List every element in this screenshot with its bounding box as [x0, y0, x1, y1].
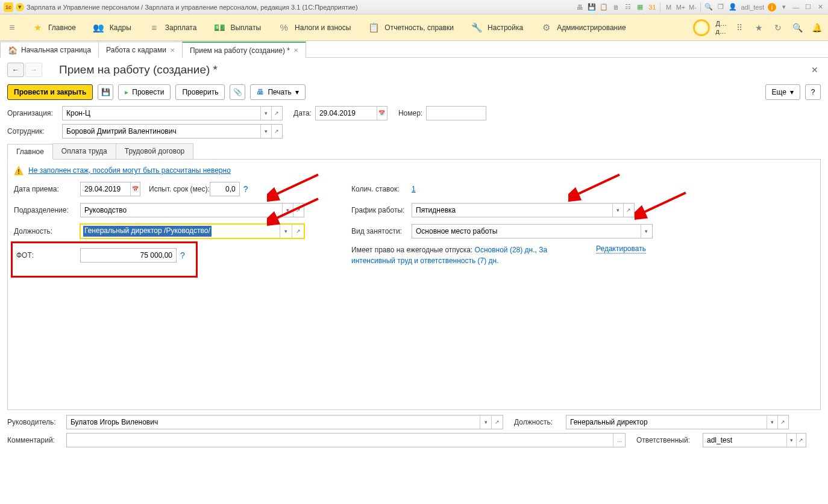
position-input[interactable]: Генеральный директор /Руководство/▾↗ — [80, 224, 304, 238]
menu-payments[interactable]: 💵Выплаты — [205, 18, 269, 37]
m-plus-icon[interactable]: M+ — [676, 3, 685, 11]
zoom-icon[interactable]: 🔍 — [704, 3, 713, 11]
menu-settings[interactable]: 🔧Настройка — [462, 18, 532, 37]
history-icon[interactable]: ↻ — [771, 21, 785, 34]
post-and-close-button[interactable]: Провести и закрыть — [7, 84, 93, 100]
doc-icon[interactable]: 🗎 — [612, 3, 620, 11]
nav-back-button[interactable]: ← — [7, 63, 24, 77]
department-input[interactable]: ▾↗ — [80, 203, 304, 217]
dropdown-icon[interactable]: ▾ — [767, 415, 777, 429]
tab-contract[interactable]: Трудовой договор — [116, 143, 193, 159]
hamburger-icon[interactable]: ≡ — [5, 20, 19, 35]
manager-input[interactable]: ▾↗ — [66, 415, 503, 429]
dropdown-icon[interactable]: ▾ — [780, 3, 788, 11]
check-button[interactable]: Проверить — [175, 84, 225, 100]
tab-hire[interactable]: Прием на работу (создание) *✕ — [182, 42, 306, 58]
menu-reports[interactable]: 📋Отчетность, справки — [359, 18, 462, 37]
page-close-button[interactable]: ✕ — [809, 63, 821, 77]
theme-circle-icon[interactable] — [693, 19, 710, 36]
table-icon[interactable]: ☷ — [624, 3, 632, 11]
tab-bar: 🏠Начальная страница Работа с кадрами✕ Пр… — [0, 41, 828, 58]
save-icon[interactable]: 💾 — [588, 3, 596, 11]
minimize-icon[interactable]: — — [792, 3, 800, 11]
tab-main[interactable]: Главное — [7, 144, 53, 160]
open-icon[interactable]: ↗ — [796, 434, 806, 447]
expand-icon[interactable]: … — [613, 434, 625, 447]
dropdown-icon[interactable]: ▾ — [260, 125, 271, 138]
apps-icon[interactable]: ⠿ — [733, 21, 746, 34]
tab-payment[interactable]: Оплата труда — [52, 143, 116, 159]
help-icon[interactable]: ? — [243, 184, 248, 194]
close-icon[interactable]: ✕ — [816, 3, 824, 11]
open-icon[interactable]: ↗ — [293, 204, 304, 217]
money-icon: 💵 — [213, 22, 225, 34]
manager-position-input[interactable]: ▾↗ — [566, 415, 789, 429]
maximize-icon[interactable]: ☐ — [804, 3, 812, 11]
user-icon: 👤 — [729, 3, 737, 11]
dropdown-icon[interactable]: ▾ — [260, 107, 271, 120]
calendar-icon[interactable]: 📅 — [130, 182, 140, 196]
clipboard-icon[interactable]: 📋 — [600, 3, 608, 11]
menu-personnel[interactable]: 👥Кадры — [84, 18, 140, 37]
info-icon[interactable]: i — [768, 3, 776, 11]
printer-icon: 🖶 — [257, 88, 264, 96]
dropdown-icon[interactable]: ▾ — [16, 3, 24, 11]
calendar-icon[interactable]: 📅 — [377, 107, 387, 120]
search-icon[interactable]: 🔍 — [791, 21, 804, 34]
dropdown-icon[interactable]: ▾ — [480, 415, 491, 429]
nav-forward-button[interactable]: → — [25, 63, 42, 77]
tab-personnel-work[interactable]: Работа с кадрами✕ — [98, 42, 183, 58]
dropdown-icon[interactable]: ▾ — [612, 204, 623, 217]
dropdown-icon[interactable]: ▾ — [280, 225, 292, 238]
open-icon[interactable]: ↗ — [271, 125, 282, 138]
comment-input[interactable]: … — [66, 433, 626, 447]
help-icon[interactable]: ? — [180, 250, 185, 260]
close-icon[interactable]: ✕ — [293, 47, 298, 54]
open-icon[interactable]: ↗ — [491, 415, 503, 429]
bell-icon[interactable]: 🔔 — [810, 21, 823, 34]
menu-salary[interactable]: ≡Зарплата — [140, 18, 205, 37]
open-icon[interactable]: ↗ — [271, 107, 282, 120]
edit-vacation-link[interactable]: Редактировать — [596, 244, 646, 254]
number-input[interactable] — [426, 106, 486, 120]
dropdown-icon[interactable]: ▾ — [282, 204, 293, 217]
menu-admin[interactable]: ⚙Администрирование — [532, 18, 634, 37]
probation-input[interactable] — [210, 182, 240, 196]
more-button[interactable]: Еще▾ — [765, 84, 800, 100]
hire-date-input[interactable]: 📅 — [80, 182, 140, 196]
print-icon[interactable]: 🖶 — [576, 3, 584, 11]
date-icon[interactable]: 31 — [648, 3, 656, 11]
dropdown-icon[interactable]: ▾ — [786, 434, 796, 447]
open-icon[interactable]: ↗ — [292, 225, 304, 238]
stakes-link[interactable]: 1 — [412, 185, 416, 193]
close-icon[interactable]: ✕ — [170, 47, 175, 54]
people-icon: 👥 — [93, 22, 105, 34]
date-input[interactable]: 📅 — [315, 106, 387, 120]
dropdown-icon[interactable]: ▾ — [641, 225, 652, 238]
menu-main[interactable]: ★Главное — [23, 18, 84, 37]
post-button[interactable]: ▸Провести — [118, 84, 171, 100]
attach-button[interactable]: 📎 — [230, 84, 245, 100]
paperclip-icon: 📎 — [233, 88, 242, 96]
open-icon[interactable]: ↗ — [777, 415, 788, 429]
open-icon[interactable]: ↗ — [623, 204, 634, 217]
calendar-icon[interactable]: ▦ — [636, 3, 644, 11]
app-logo-icon: 1c — [4, 2, 13, 12]
window-icon[interactable]: ❐ — [717, 3, 725, 11]
stakes-label: Колич. ставок: — [351, 185, 412, 193]
menu-taxes[interactable]: %Налоги и взносы — [269, 18, 359, 37]
print-button[interactable]: 🖶Печать▾ — [250, 84, 305, 100]
tab-home[interactable]: 🏠Начальная страница — [0, 42, 99, 58]
org-input[interactable]: ▾↗ — [62, 106, 283, 120]
warning-link[interactable]: Не заполнен стаж, пособия могут быть рас… — [28, 166, 231, 175]
m-icon[interactable]: M — [664, 3, 673, 11]
save-button[interactable]: 💾 — [98, 84, 113, 100]
schedule-input[interactable]: ▾↗ — [412, 203, 635, 217]
fot-input[interactable] — [80, 248, 177, 263]
responsible-input[interactable]: ▾↗ — [703, 433, 806, 447]
help-button[interactable]: ? — [805, 84, 821, 100]
employee-input[interactable]: ▾↗ — [62, 124, 283, 138]
employment-type-input[interactable]: ▾ — [412, 224, 653, 238]
m-minus-icon[interactable]: M- — [688, 3, 697, 11]
star-icon[interactable]: ★ — [752, 21, 765, 34]
